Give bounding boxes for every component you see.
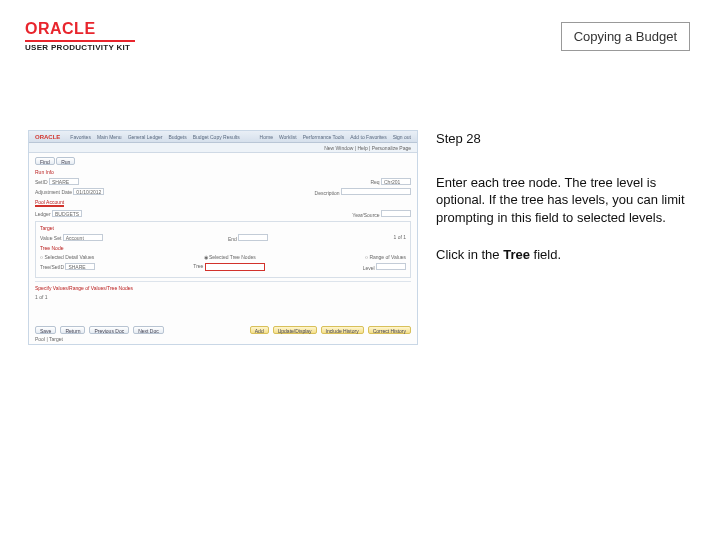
- breadcrumb-item: Budgets: [168, 134, 186, 140]
- appdate-label: Adjustment Date: [35, 189, 72, 195]
- tree-field[interactable]: [205, 263, 265, 271]
- ledger-label: Ledger: [35, 211, 51, 217]
- ss-tab: Add to Favorites: [350, 134, 386, 140]
- year-label: Year/Source: [352, 212, 379, 218]
- radio-range-label: Range of Values: [369, 254, 406, 260]
- descr-label: Description: [315, 190, 340, 196]
- oracle-wordmark: ORACLE: [25, 20, 135, 38]
- oracle-logo-block: ORACLE USER PRODUCTIVITY KIT: [25, 20, 135, 52]
- target-title: Target: [40, 225, 406, 231]
- ss-tab: Home: [260, 134, 273, 140]
- ss-section-target: Target Value Set Account End 1 of 1 Tree…: [35, 221, 411, 278]
- content-row: ORACLE Favorites Main Menu General Ledge…: [28, 130, 692, 345]
- save-button[interactable]: Save: [35, 326, 56, 334]
- breadcrumb-item: General Ledger: [128, 134, 163, 140]
- add-button[interactable]: Add: [250, 326, 269, 334]
- page-title: Copying a Budget: [561, 22, 690, 51]
- setid-label: SetID: [35, 179, 48, 185]
- level-label: Level: [363, 265, 375, 271]
- brand-divider: [25, 40, 135, 42]
- run-button[interactable]: Run: [56, 157, 75, 165]
- end-label: End: [228, 236, 237, 242]
- step-label: Step 28: [436, 130, 692, 148]
- ss-section-runinfo: Run Info: [35, 169, 54, 175]
- ss-tabs: Home Worklist Performance Tools Add to F…: [260, 134, 411, 140]
- tree-label: Tree: [193, 263, 203, 269]
- descr-value: [341, 188, 411, 195]
- treeset-value: SHARE: [65, 263, 95, 270]
- ss-topbar: ORACLE Favorites Main Menu General Ledge…: [29, 131, 417, 143]
- ss-body: Find Run Run Info SetID SHARE Req Chr201…: [29, 153, 417, 307]
- treeset-label: Tree/SetID: [40, 264, 64, 270]
- ss-breadcrumb: Favorites Main Menu General Ledger Budge…: [70, 134, 239, 140]
- nextdoc-button[interactable]: Next Doc: [133, 326, 164, 334]
- correct-history-button[interactable]: Correct History: [368, 326, 411, 334]
- grid-header: 1 of 1: [393, 234, 406, 242]
- update-display-button[interactable]: Update/Display: [273, 326, 317, 334]
- treenode-label: Tree Node: [40, 245, 406, 251]
- ss-section-pool: Pool Account: [35, 199, 64, 207]
- action-field-name: Tree: [503, 247, 530, 262]
- include-history-button[interactable]: Include History: [321, 326, 364, 334]
- prevdoc-button[interactable]: Previous Doc: [89, 326, 129, 334]
- ss-tab: Worklist: [279, 134, 297, 140]
- instruction-action: Click in the Tree field.: [436, 246, 692, 264]
- radio-selected-label: Selected Detail Values: [44, 254, 94, 260]
- year-value: [381, 210, 411, 217]
- ss-footer-links: Pool | Target: [35, 336, 63, 342]
- ss-tab: Sign out: [393, 134, 411, 140]
- app-screenshot: ORACLE Favorites Main Menu General Ledge…: [28, 130, 418, 345]
- specify-title: Specify Values/Range of Values/Tree Node…: [35, 285, 411, 291]
- end-input[interactable]: [238, 234, 268, 241]
- return-button[interactable]: Return: [60, 326, 85, 334]
- ss-tab: Performance Tools: [303, 134, 345, 140]
- req-label: Req: [370, 179, 379, 185]
- find-button[interactable]: Find: [35, 157, 55, 165]
- setid-value: SHARE: [49, 178, 79, 185]
- valueset-input[interactable]: Account: [63, 234, 103, 241]
- req-value: Chr201: [381, 178, 411, 185]
- action-prefix: Click in the: [436, 247, 503, 262]
- ss-bottom-toolbar: Save Return Previous Doc Next Doc Add Up…: [35, 326, 411, 334]
- radio-selected-values[interactable]: ○ Selected Detail Values: [40, 254, 94, 260]
- instruction-paragraph: Enter each tree node. The tree level is …: [436, 174, 692, 227]
- ss-subbar: New Window | Help | Personalize Page: [29, 143, 417, 153]
- specify-grid-header: 1 of 1: [35, 294, 48, 300]
- breadcrumb-item: Budget Copy Results: [193, 134, 240, 140]
- ss-brand: ORACLE: [35, 134, 60, 140]
- radio-tree-label: Selected Tree Nodes: [209, 254, 256, 260]
- divider: [35, 281, 411, 282]
- radio-tree-nodes[interactable]: ◉ Selected Tree Nodes: [204, 254, 256, 260]
- instruction-panel: Step 28 Enter each tree node. The tree l…: [436, 130, 692, 345]
- breadcrumb-item: Main Menu: [97, 134, 122, 140]
- radio-range-values[interactable]: ○ Range of Values: [365, 254, 406, 260]
- kit-subtitle: USER PRODUCTIVITY KIT: [25, 43, 135, 52]
- valueset-label: Value Set: [40, 235, 61, 241]
- appdate-value: 01/10/2012: [73, 188, 104, 195]
- action-suffix: field.: [530, 247, 561, 262]
- breadcrumb-item: Favorites: [70, 134, 91, 140]
- level-input[interactable]: [376, 263, 406, 270]
- ledger-value: BUDGETS: [52, 210, 82, 217]
